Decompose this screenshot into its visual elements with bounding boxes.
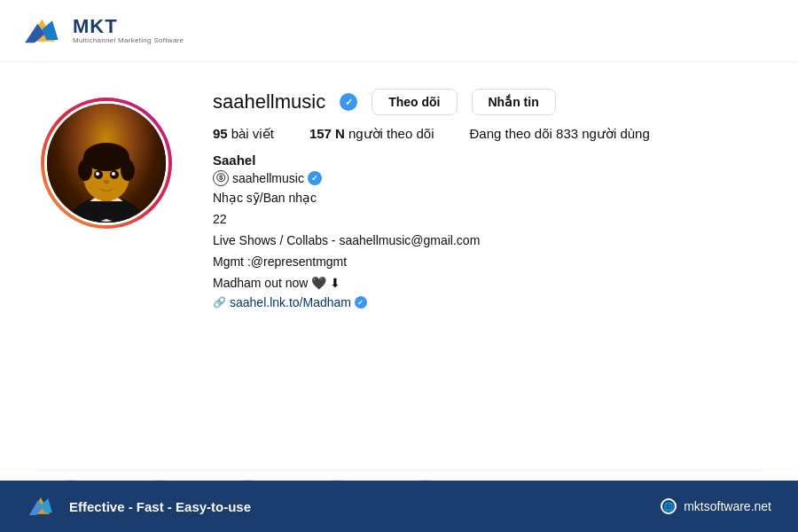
footer-left: Effective - Fast - Easy-to-use [27,493,251,520]
verified-checkmark: ✓ [345,97,353,108]
link-verified-icon: ✓ [355,296,367,309]
mkt-logo-icon [21,13,66,49]
bio-line-4: Mgmt :@representmgmt [213,253,763,271]
footer-tagline: Effective - Fast - Easy-to-use [69,499,251,514]
profile-header-row: saahellmusic ✓ Theo dõi Nhắn tin [213,89,763,115]
footer-right: 🌐 mktsoftware.net [661,498,771,514]
threads-handle: saahellmusic [232,171,304,185]
posts-label: bài viết [231,126,274,142]
message-button[interactable]: Nhắn tin [472,89,556,115]
bio-line-3: Live Shows / Collabs - saahellmusic@gmai… [213,231,763,250]
logo-container: MKT Multichannel Marketing Software [21,13,184,49]
bio-line-2: 22 [213,210,763,229]
svg-point-11 [112,172,115,176]
threads-icon: ⓢ [213,170,229,186]
bio-link[interactable]: 🔗 saahel.lnk.to/Madham ✓ [213,295,763,309]
following-stat: Đang theo dõi 833 người dùng [469,126,649,142]
svg-point-6 [78,160,92,181]
link-icon: 🔗 [213,296,226,309]
logo-text: MKT Multichannel Marketing Software [73,16,184,45]
footer: Effective - Fast - Easy-to-use 🌐 mktsoft… [0,481,798,532]
username: saahellmusic [213,90,325,113]
followers-label: người theo dõi [348,126,434,142]
svg-point-7 [121,160,135,181]
bio-name: Saahel [213,153,763,168]
bio-line-5: Madham out now 🖤 ⬇ [213,274,763,293]
posts-count: 95 [213,126,228,142]
main-content: saahellmusic ✓ Theo dõi Nhắn tin 95 bài … [0,62,798,470]
verified-icon: ✓ [340,93,357,111]
logo-mkt-label: MKT [73,16,184,37]
profile-info: saahellmusic ✓ Theo dõi Nhắn tin 95 bài … [213,89,763,443]
stats-row: 95 bài viết 157 N người theo dõi Đang th… [213,126,763,142]
followers-stat: 157 N người theo dõi [309,126,434,142]
bio-section: Saahel ⓢ saahellmusic ✓ Nhạc sỹ/Ban nhạc… [213,153,763,309]
profile-pic-ring [41,98,172,229]
bio-link-text[interactable]: saahel.lnk.to/Madham [230,295,351,309]
footer-website: mktsoftware.net [684,499,771,513]
logo-subtitle-label: Multichannel Marketing Software [73,37,184,45]
bio-line-1: Nhạc sỹ/Ban nhạc [213,189,763,207]
threads-verified-icon: ✓ [308,171,322,185]
svg-point-12 [104,180,109,184]
following-text: Đang theo dõi 833 người dùng [469,126,649,142]
bio-threads-row: ⓢ saahellmusic ✓ [213,170,763,186]
follow-button[interactable]: Theo dõi [372,89,457,115]
profile-avatar [47,104,166,223]
posts-stat: 95 bài viết [213,126,274,142]
profile-pic-inner [44,101,168,225]
svg-point-10 [96,172,99,176]
profile-pic-container [35,89,177,443]
header: MKT Multichannel Marketing Software [0,0,798,62]
globe-icon: 🌐 [661,498,677,514]
followers-count: 157 N [309,126,345,142]
footer-logo-icon [27,493,59,520]
